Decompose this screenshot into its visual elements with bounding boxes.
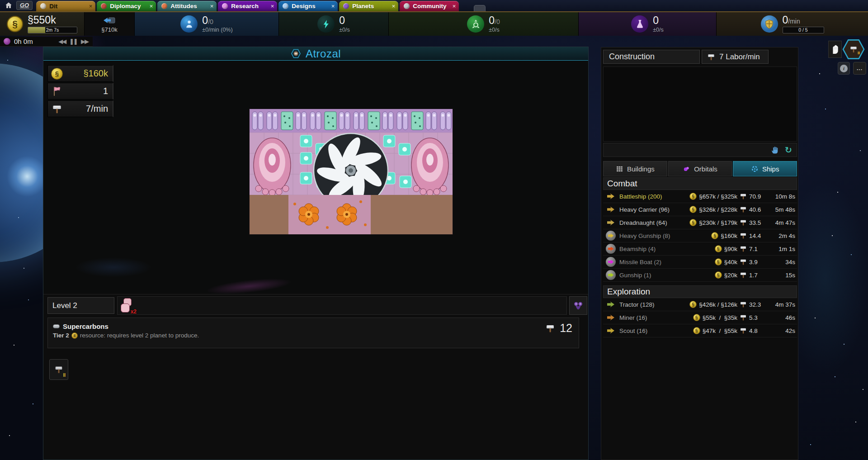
money-icon: § [715, 258, 722, 266]
hammer-icon [739, 313, 747, 322]
close-icon[interactable]: × [271, 3, 274, 9]
tab-planets[interactable]: Planets× [339, 1, 398, 11]
resource-tier-label: Tier 2 [53, 332, 69, 339]
population-species-button[interactable] [569, 296, 587, 315]
supercarbons-resource-icon[interactable]: x2 [120, 298, 135, 314]
tab-container: Dit×Diplomacy×Attitudes×Research×Designs… [36, 1, 460, 11]
section-header-exploration: Exploration [603, 285, 797, 298]
tab-label: Community [413, 3, 449, 9]
ship-labor-cost: 70.9 [749, 193, 769, 200]
drag-hand-icon[interactable] [770, 146, 779, 155]
rewind-icon[interactable]: ◀◀ [58, 38, 66, 45]
dit-icon [40, 3, 46, 9]
planet-flag-value: 1 [66, 86, 108, 96]
repeat-queue-icon[interactable]: ↻ [785, 146, 792, 154]
planets-icon [343, 3, 349, 9]
ship-row-beamship-4[interactable]: Beamship (4)§§90k7.11m 1s [603, 242, 797, 256]
planet-labor-stat[interactable]: 7/min [47, 100, 113, 117]
ship-row-dreadnaught-64[interactable]: Dreadnaught (64)§§230k / §179k33.54m 47s [603, 216, 797, 229]
flag-icon [51, 85, 63, 97]
planet-flag-stat[interactable]: 1 [47, 83, 113, 100]
ship-row-miner-16[interactable]: Miner (16)§§55k / §35k5.346s [603, 311, 797, 324]
go-button[interactable]: GO [16, 1, 33, 10]
ship-row-tractor-128[interactable]: Tractor (128)§§426k / §126k32.34m 37s [603, 298, 797, 311]
tab-community[interactable]: Community× [400, 1, 459, 11]
close-icon[interactable]: × [392, 3, 396, 9]
next-budget-resource[interactable]: §710k [85, 12, 135, 36]
close-icon[interactable]: × [331, 3, 335, 9]
more-options-button[interactable]: ... [853, 62, 866, 75]
planet-level-label: Level 2 [52, 301, 77, 310]
tab-diplomacy[interactable]: Diplomacy× [97, 1, 156, 11]
planet-level-box: Level 2 [47, 297, 114, 314]
ship-icon [606, 231, 616, 241]
ship-row-heavy-gunship-8[interactable]: Heavy Gunship (8)§§160k14.42m 4s [603, 229, 797, 242]
tab-ships[interactable]: Ships [733, 161, 797, 176]
labor-hammer-icon [737, 245, 749, 253]
resource-description: resource: requires level 2 planet to pro… [80, 332, 199, 339]
money-resource[interactable]: § §550k 2m 7s [0, 12, 85, 36]
labor-hammer-icon [737, 205, 749, 213]
construction-mode-badge: II [858, 51, 860, 55]
defense-unit: /min [788, 18, 800, 25]
planet-money-stat[interactable]: § §160k [47, 65, 113, 82]
planet-surface-image[interactable] [250, 109, 453, 234]
alien-icon [572, 299, 585, 312]
build-tier2-button[interactable]: II [49, 359, 68, 380]
tab-orbitals[interactable]: Orbitals [668, 161, 732, 176]
diplomacy-icon [101, 3, 107, 9]
money-icon: § [715, 271, 722, 279]
ship-row-gunship-1[interactable]: Gunship (1)§§20k1.715s [603, 269, 797, 282]
labor-hammer-icon [737, 232, 749, 240]
money-icon: § [689, 219, 697, 226]
buildings-icon [616, 165, 623, 173]
forward-icon[interactable]: ▶▶ [81, 38, 88, 45]
defense-resource[interactable]: 0/min 0 / 5 [717, 12, 868, 36]
ship-build-time: 10m 8s [769, 193, 795, 200]
close-icon[interactable]: × [150, 3, 153, 9]
ftl-resource[interactable]: 0/0 ±0/s [389, 12, 579, 36]
population-resource[interactable]: 0/0 ±0/min (0%) [135, 12, 279, 36]
time-control-bar: 0h 0m ◀◀ ❚❚ ▶▶ [0, 37, 93, 47]
labor-hammer-icon [737, 192, 749, 200]
tab-research[interactable]: Research× [218, 1, 277, 11]
ship-icon [606, 257, 616, 267]
pause-icon[interactable]: ❚❚ [69, 38, 77, 45]
construction-tabs: Buildings Orbitals Ships [603, 161, 797, 176]
research-value: 0 [653, 15, 664, 26]
construction-queue[interactable] [603, 66, 797, 142]
close-icon[interactable]: × [89, 3, 93, 9]
resource-name: Supercarbons [63, 322, 108, 330]
defense-value: 0 [783, 14, 788, 26]
construction-mode-button[interactable]: II [842, 39, 865, 60]
home-button[interactable] [3, 1, 14, 10]
labor-hammer-icon [737, 271, 749, 279]
ship-row-scout-16[interactable]: Scout (16)§§47k / §55k4.842s [603, 324, 797, 337]
ship-row-missile-boat-2[interactable]: Missile Boat (2)§§40k3.934s [603, 256, 797, 269]
energy-resource[interactable]: 0 ±0/s [279, 12, 389, 36]
tab-attitudes[interactable]: Attitudes× [157, 1, 217, 11]
info-button[interactable]: i [838, 62, 850, 75]
tab-designs[interactable]: Designs× [278, 1, 338, 11]
budget-cycle-progress: 2m 7s [28, 27, 77, 33]
build-button-badge: II [63, 373, 66, 378]
population-rate: ±0/min (0%) [202, 27, 232, 33]
close-icon[interactable]: × [453, 3, 456, 9]
labor-hammer-icon [707, 52, 716, 62]
pressure-bar: x2 [117, 296, 567, 315]
research-resource[interactable]: 0 ±0/s [579, 12, 717, 36]
new-tab-stub[interactable] [474, 5, 486, 11]
planet-name: Atrozal [306, 47, 341, 60]
tab-buildings[interactable]: Buildings [603, 161, 667, 176]
ship-build-time: 4m 47s [769, 219, 795, 226]
close-icon[interactable]: × [210, 3, 214, 9]
tab-dit[interactable]: Dit× [36, 1, 95, 11]
planet-money-value: §160k [66, 68, 108, 79]
ship-row-battleship-200[interactable]: Battleship (200)§§657k / §325k70.910m 8s [603, 190, 797, 203]
ship-build-time: 4m 37s [769, 301, 795, 308]
defense-progress: 0 / 5 [783, 27, 824, 33]
ship-row-heavy-carrier-96[interactable]: Heavy Carrier (96)§§326k / §228k40.65m 4… [603, 203, 797, 216]
elapsed-time: 0h 0m [14, 38, 55, 45]
defense-mode-button[interactable] [828, 41, 842, 58]
population-value: 0 [202, 14, 208, 26]
